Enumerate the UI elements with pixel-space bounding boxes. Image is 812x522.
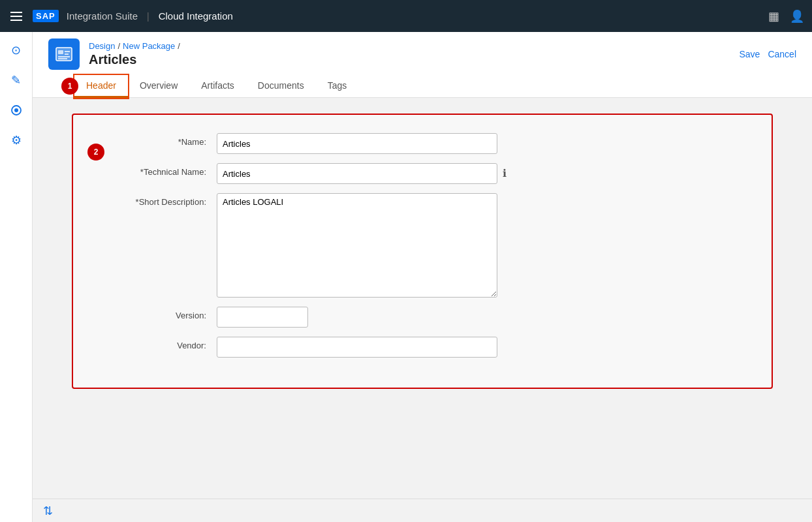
form-row-name: *Name: <box>99 133 745 154</box>
step-marker-1: 1 <box>61 78 78 95</box>
tab-overview[interactable]: Overview <box>128 75 189 98</box>
main-layout: ⊙ ✎ ⚙ <box>0 32 812 522</box>
tab-content: 2 *Name: *Technical Name: ℹ <box>33 98 812 522</box>
save-button[interactable]: Save <box>739 49 760 59</box>
module-name: Cloud Integration <box>159 10 233 22</box>
top-nav-right: ▦ 👤 <box>768 9 804 23</box>
form-row-version: Version: <box>99 307 745 328</box>
svg-rect-3 <box>58 50 63 54</box>
sidebar: ⊙ ✎ ⚙ <box>0 32 33 522</box>
form-row-technical-name: *Technical Name: ℹ <box>99 163 745 184</box>
grid-icon[interactable]: ▦ <box>768 9 779 23</box>
short-description-input[interactable]: Articles LOGALI <box>217 193 497 298</box>
form-section: *Name: *Technical Name: ℹ *Short Descrip… <box>72 114 773 389</box>
breadcrumb-design[interactable]: Design <box>89 41 115 51</box>
tab-documents[interactable]: Documents <box>246 75 316 98</box>
page-icon <box>48 38 80 70</box>
vendor-label: Vendor: <box>99 337 217 350</box>
form-row-short-description: *Short Description: Articles LOGALI <box>99 193 745 298</box>
breadcrumb-row: Design / New Package / Articles <box>48 38 180 70</box>
name-label: *Name: <box>99 133 217 147</box>
top-navigation: SAP Integration Suite | Cloud Integratio… <box>0 0 812 32</box>
header-actions: Save Cancel <box>739 49 796 59</box>
breadcrumb: Design / New Package / <box>89 41 180 51</box>
sidebar-home-icon[interactable]: ⊙ <box>5 38 28 62</box>
version-label: Version: <box>99 307 217 320</box>
page-header-top: Design / New Package / Articles Save Can… <box>48 38 796 70</box>
tab-header[interactable]: Header <box>74 75 128 98</box>
vendor-input[interactable] <box>217 337 497 358</box>
version-input[interactable] <box>217 307 308 328</box>
technical-name-label: *Technical Name: <box>99 163 217 177</box>
svg-point-1 <box>14 108 18 112</box>
sap-logo-text: SAP <box>33 10 59 22</box>
breadcrumb-new-package[interactable]: New Package <box>123 41 175 51</box>
cancel-button[interactable]: Cancel <box>768 49 796 59</box>
tabs: Header Overview Artifacts Documents Tags <box>74 75 796 97</box>
tab-tags[interactable]: Tags <box>316 75 359 98</box>
page-title-block: Design / New Package / Articles <box>89 41 180 67</box>
sidebar-settings-icon[interactable]: ⚙ <box>5 129 28 152</box>
sidebar-monitor-icon[interactable] <box>5 99 28 122</box>
page-title: Articles <box>89 52 180 67</box>
user-icon[interactable]: 👤 <box>790 9 804 23</box>
sap-logo: SAP <box>33 10 59 22</box>
tab-artifacts[interactable]: Artifacts <box>189 75 246 98</box>
bottom-empty-area <box>33 405 812 483</box>
breadcrumb-sep1: / <box>117 41 120 51</box>
breadcrumb-sep2: / <box>178 41 180 51</box>
technical-name-input[interactable] <box>217 163 497 184</box>
hamburger-menu[interactable] <box>8 9 25 23</box>
sidebar-edit-icon[interactable]: ✎ <box>5 69 28 92</box>
suite-name: Integration Suite <box>67 10 138 22</box>
content-area: Design / New Package / Articles Save Can… <box>33 32 812 522</box>
name-input[interactable] <box>217 133 497 154</box>
info-icon[interactable]: ℹ <box>503 167 507 179</box>
bottom-footer: ⇅ <box>33 499 812 522</box>
short-description-label: *Short Description: <box>99 193 217 207</box>
footer-scale-icon[interactable]: ⇅ <box>43 504 53 518</box>
form-row-vendor: Vendor: <box>99 337 745 358</box>
step-marker-2: 2 <box>87 144 104 161</box>
page-header: Design / New Package / Articles Save Can… <box>33 32 812 98</box>
